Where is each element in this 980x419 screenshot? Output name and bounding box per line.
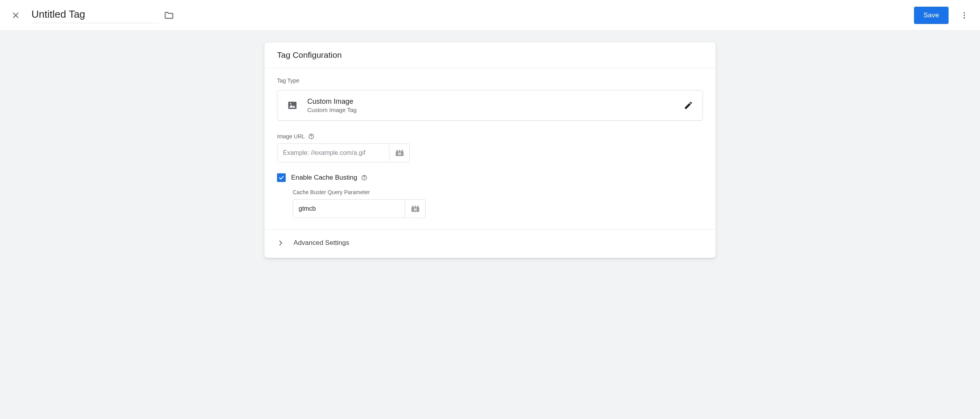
svg-rect-20 bbox=[415, 206, 416, 207]
help-icon bbox=[308, 133, 314, 140]
close-button[interactable] bbox=[8, 7, 24, 23]
cache-buster-section: Cache Buster Query Parameter bbox=[293, 189, 703, 229]
tag-type-title: Custom Image bbox=[307, 97, 674, 106]
chevron-right-icon bbox=[277, 239, 284, 246]
cache-buster-variable-button[interactable] bbox=[405, 199, 426, 218]
svg-rect-5 bbox=[288, 102, 297, 109]
tag-name-input[interactable] bbox=[31, 7, 159, 23]
svg-rect-10 bbox=[396, 150, 398, 151]
tag-type-label: Tag Type bbox=[277, 77, 703, 84]
tag-configuration-card: Tag Configuration Tag Type Custom Image … bbox=[264, 42, 716, 258]
image-url-row bbox=[277, 143, 703, 162]
cache-busting-help[interactable] bbox=[361, 175, 367, 181]
cache-busting-label-text: Enable Cache Busting bbox=[291, 174, 357, 182]
tag-type-subtitle: Custom Image Tag bbox=[307, 107, 674, 113]
canvas: Tag Configuration Tag Type Custom Image … bbox=[0, 31, 980, 274]
svg-point-3 bbox=[963, 15, 965, 16]
svg-point-17 bbox=[364, 178, 365, 179]
svg-rect-12 bbox=[402, 150, 403, 151]
svg-rect-24 bbox=[414, 209, 417, 210]
image-url-variable-button[interactable] bbox=[389, 143, 410, 162]
folder-icon bbox=[164, 10, 174, 20]
svg-rect-21 bbox=[417, 206, 418, 207]
check-icon bbox=[278, 175, 284, 181]
image-url-help[interactable] bbox=[308, 133, 314, 140]
cache-buster-param-row bbox=[293, 199, 703, 218]
advanced-settings-label: Advanced Settings bbox=[294, 239, 349, 247]
dialog-header: Save bbox=[0, 0, 980, 31]
edit-tag-type-button[interactable] bbox=[684, 101, 693, 110]
help-icon bbox=[361, 175, 367, 181]
save-button[interactable]: Save bbox=[914, 7, 949, 24]
svg-point-8 bbox=[311, 137, 311, 138]
tag-type-texts: Custom Image Custom Image Tag bbox=[307, 97, 674, 113]
card-title: Tag Configuration bbox=[264, 42, 716, 68]
pencil-icon bbox=[684, 101, 693, 110]
cache-busting-row: Enable Cache Busting bbox=[277, 173, 703, 182]
image-url-input[interactable] bbox=[277, 143, 389, 162]
tag-type-selector[interactable]: Custom Image Custom Image Tag bbox=[277, 90, 703, 121]
svg-point-4 bbox=[963, 17, 965, 18]
image-icon bbox=[287, 100, 298, 111]
variable-icon bbox=[395, 149, 405, 157]
image-url-label-text: Image URL bbox=[277, 133, 305, 140]
close-icon bbox=[11, 11, 20, 20]
cache-busting-label: Enable Cache Busting bbox=[291, 174, 367, 182]
svg-point-6 bbox=[290, 103, 291, 104]
more-vert-icon bbox=[960, 11, 969, 20]
cache-buster-param-label: Cache Buster Query Parameter bbox=[293, 189, 703, 195]
svg-rect-11 bbox=[399, 150, 400, 151]
folder-button[interactable] bbox=[164, 10, 174, 20]
image-url-label: Image URL bbox=[277, 133, 703, 140]
advanced-settings-toggle[interactable]: Advanced Settings bbox=[264, 230, 716, 258]
title-wrap bbox=[31, 7, 174, 23]
cache-busting-checkbox[interactable] bbox=[277, 173, 286, 182]
svg-rect-19 bbox=[412, 206, 413, 207]
svg-rect-15 bbox=[398, 153, 401, 154]
variable-icon bbox=[410, 205, 420, 213]
cache-buster-param-input[interactable] bbox=[293, 199, 405, 218]
svg-point-2 bbox=[963, 12, 965, 13]
more-menu-button[interactable] bbox=[956, 7, 972, 23]
